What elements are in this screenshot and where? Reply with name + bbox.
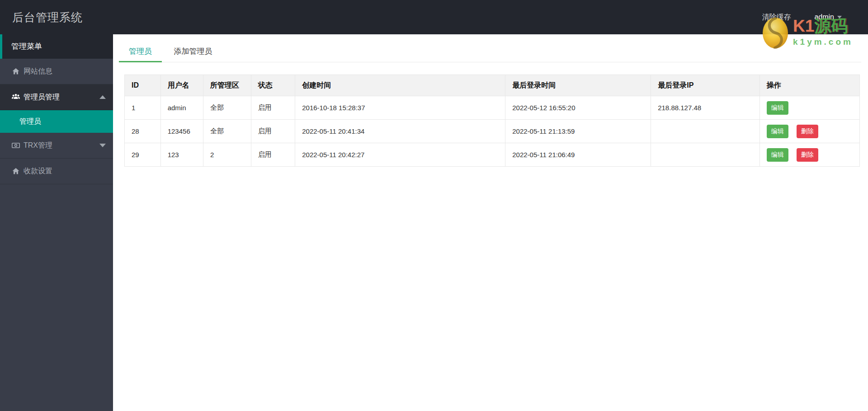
status-cell: 启用 xyxy=(251,96,295,120)
region-cell: 2 xyxy=(203,143,251,167)
username-cell: 123 xyxy=(160,143,203,167)
sidebar-item-label: 管理员管理 xyxy=(24,93,60,102)
delete-button[interactable]: 删除 xyxy=(797,148,818,162)
status-cell: 启用 xyxy=(251,120,295,143)
money-icon xyxy=(12,142,20,149)
tab-admin[interactable]: 管理员 xyxy=(119,41,162,62)
chevron-up-icon xyxy=(99,95,106,99)
home-icon xyxy=(12,168,20,175)
actions-cell: 编辑删除 xyxy=(760,143,859,167)
last-login-cell: 2022-05-11 21:13:59 xyxy=(505,120,651,143)
topbar: 后台管理系统 清除缓存 admin xyxy=(0,0,868,34)
sidebar-item-payment-settings[interactable]: 收款设置 xyxy=(0,159,113,184)
tab-bar: 管理员 添加管理员 xyxy=(119,41,861,62)
col-last-login: 最后登录时间 xyxy=(505,75,651,96)
table-row: 1admin全部启用2016-10-18 15:28:372022-05-12 … xyxy=(125,96,860,120)
last-ip-cell xyxy=(651,120,760,143)
last-ip-cell: 218.88.127.48 xyxy=(651,96,760,120)
sidebar: 管理菜单 网站信息 管理员管理 管理员 TRX管理 xyxy=(0,34,113,411)
col-actions: 操作 xyxy=(760,75,859,96)
col-status: 状态 xyxy=(251,75,295,96)
sidebar-item-label: 网站信息 xyxy=(24,67,52,76)
col-id: ID xyxy=(125,75,161,96)
col-last-ip: 最后登录IP xyxy=(651,75,760,96)
sidebar-item-label: 收款设置 xyxy=(24,167,52,176)
username-cell: admin xyxy=(160,96,203,120)
admin-table: ID 用户名 所管理区 状态 创建时间 最后登录时间 最后登录IP 操作 1ad… xyxy=(124,75,860,167)
main-content: 管理员 添加管理员 ID 用户名 所管理区 状态 创建时间 最后登录时间 最后登… xyxy=(113,34,868,411)
created-cell: 2022-05-11 20:42:27 xyxy=(295,143,505,167)
admin-username: admin xyxy=(814,13,834,21)
edit-button[interactable]: 编辑 xyxy=(767,101,788,115)
region-cell: 全部 xyxy=(203,120,251,143)
table-row: 28123456全部启用2022-05-11 20:41:342022-05-1… xyxy=(125,120,860,143)
topbar-right: 清除缓存 admin xyxy=(762,0,842,34)
sidebar-header-label: 管理菜单 xyxy=(11,42,42,51)
sidebar-item-website-info[interactable]: 网站信息 xyxy=(0,59,113,84)
id-cell: 1 xyxy=(125,96,161,120)
actions-cell: 编辑删除 xyxy=(760,120,859,143)
tab-add-admin[interactable]: 添加管理员 xyxy=(164,41,222,62)
table-header-row: ID 用户名 所管理区 状态 创建时间 最后登录时间 最后登录IP 操作 xyxy=(125,75,860,96)
delete-button[interactable]: 删除 xyxy=(797,125,818,138)
sidebar-subitem-label: 管理员 xyxy=(19,117,41,125)
actions-cell: 编辑 xyxy=(760,96,859,120)
edit-button[interactable]: 编辑 xyxy=(767,125,788,138)
sidebar-item-label: TRX管理 xyxy=(24,141,52,150)
sidebar-header: 管理菜单 xyxy=(0,34,113,59)
status-cell: 启用 xyxy=(251,143,295,167)
col-created: 创建时间 xyxy=(295,75,505,96)
col-region: 所管理区 xyxy=(203,75,251,96)
home-icon xyxy=(12,68,20,75)
last-login-cell: 2022-05-12 16:55:20 xyxy=(505,96,651,120)
table-body: 1admin全部启用2016-10-18 15:28:372022-05-12 … xyxy=(125,96,860,167)
clear-cache-link[interactable]: 清除缓存 xyxy=(762,13,791,22)
username-cell: 123456 xyxy=(160,120,203,143)
sidebar-item-admin[interactable]: 管理员 xyxy=(0,110,113,133)
chevron-down-icon xyxy=(99,144,106,147)
region-cell: 全部 xyxy=(203,96,251,120)
id-cell: 29 xyxy=(125,143,161,167)
table-row: 291232启用2022-05-11 20:42:272022-05-11 21… xyxy=(125,143,860,167)
admin-dropdown[interactable]: admin xyxy=(814,13,842,21)
id-cell: 28 xyxy=(125,120,161,143)
col-username: 用户名 xyxy=(160,75,203,96)
created-cell: 2022-05-11 20:41:34 xyxy=(295,120,505,143)
app-title: 后台管理系统 xyxy=(12,0,83,34)
edit-button[interactable]: 编辑 xyxy=(767,148,788,162)
sidebar-item-admin-management[interactable]: 管理员管理 xyxy=(0,84,113,110)
users-icon xyxy=(12,93,20,101)
created-cell: 2016-10-18 15:28:37 xyxy=(295,96,505,120)
last-login-cell: 2022-05-11 21:06:49 xyxy=(505,143,651,167)
last-ip-cell xyxy=(651,143,760,167)
sidebar-item-trx-management[interactable]: TRX管理 xyxy=(0,133,113,159)
chevron-down-icon xyxy=(837,16,842,19)
